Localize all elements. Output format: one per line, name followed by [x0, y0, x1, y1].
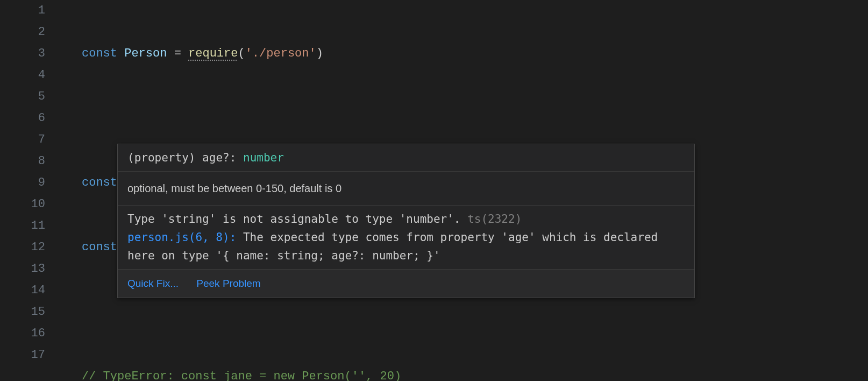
line-number: 15	[0, 301, 45, 323]
punct: =	[167, 47, 188, 60]
hover-sig-type: number	[243, 151, 284, 164]
variable: Person	[124, 47, 167, 60]
hover-error-msg: Type 'string' is not assignable to type …	[127, 213, 461, 225]
code-line[interactable]: const Person = require('./person')	[82, 43, 868, 65]
punct: (	[238, 47, 245, 60]
line-number: 8	[0, 151, 45, 172]
peek-problem-link[interactable]: Peek Problem	[196, 278, 260, 289]
line-number: 4	[0, 65, 45, 86]
keyword: const	[82, 47, 117, 60]
hover-doc: optional, must be between 0-150, default…	[118, 172, 694, 206]
code-line[interactable]: // TypeError: const jane = new Person(''…	[82, 366, 868, 381]
hover-signature: (property) age?: number	[118, 144, 694, 172]
hover-tooltip: (property) age?: number optional, must b…	[117, 144, 695, 298]
line-number: 11	[0, 215, 45, 237]
line-number-gutter: 1 2 3 4 5 6 7 8 9 10 11 12 13 14 15 16 1…	[0, 0, 58, 381]
line-number: 13	[0, 258, 45, 280]
line-number: 16	[0, 323, 45, 344]
hover-sig-kind: property	[134, 151, 189, 164]
comment: // TypeError: const jane = new Person(''…	[82, 370, 401, 381]
string: './person'	[245, 47, 316, 60]
hover-related-location[interactable]: person.js(6, 8):	[127, 231, 243, 244]
line-number: 9	[0, 172, 45, 194]
line-number: 1	[0, 0, 45, 22]
line-number: 14	[0, 280, 45, 301]
hover-error: Type 'string' is not assignable to type …	[118, 206, 694, 270]
line-number: 12	[0, 237, 45, 258]
quick-fix-link[interactable]: Quick Fix...	[127, 278, 179, 289]
code-line[interactable]	[82, 301, 868, 323]
line-number: 10	[0, 194, 45, 215]
punct: )	[316, 47, 323, 60]
line-number: 17	[0, 344, 45, 366]
function-call: require	[188, 47, 238, 60]
line-number: 5	[0, 86, 45, 108]
code-line[interactable]	[82, 108, 868, 129]
hover-actions: Quick Fix... Peek Problem	[118, 270, 694, 298]
keyword: const	[82, 176, 117, 189]
line-number: 3	[0, 43, 45, 65]
hover-sig-open: (	[127, 151, 134, 164]
line-number: 2	[0, 22, 45, 43]
line-number: 6	[0, 108, 45, 129]
line-number: 7	[0, 129, 45, 151]
hover-error-code: ts(2322)	[461, 213, 522, 225]
hover-sig-name: age?:	[195, 151, 243, 164]
keyword: const	[82, 241, 117, 254]
hover-sig-close: )	[189, 151, 196, 164]
